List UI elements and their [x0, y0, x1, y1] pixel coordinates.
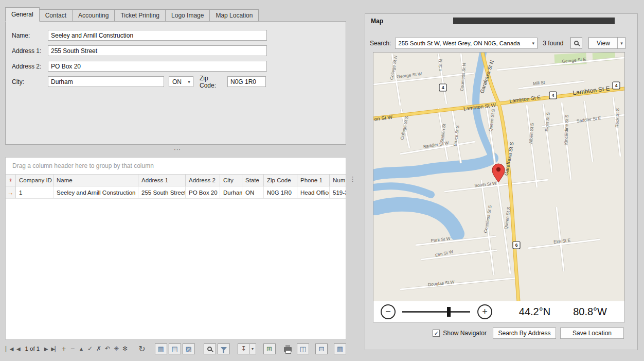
grid-group-panel[interactable]: Drag a column header here to group by th… — [6, 158, 346, 174]
nav-next-button[interactable]: ▶ — [42, 343, 50, 354]
tab-map-location[interactable]: Map Location — [209, 9, 259, 22]
export-dropdown-arrow-icon[interactable]: ▾ — [249, 344, 256, 354]
cell-zip[interactable]: N0G 1R0 — [264, 186, 297, 198]
tab-logo-image[interactable]: Logo Image — [165, 9, 210, 22]
search-results-count: 3 found — [543, 40, 563, 47]
dock-panel-c-button[interactable]: ▦ — [334, 343, 346, 354]
zoom-slider-handle[interactable] — [447, 307, 451, 317]
app-window: General Contact Accounting Ticket Printi… — [0, 0, 644, 361]
map-view-button[interactable]: View ▾ — [588, 37, 625, 49]
address1-field[interactable] — [48, 45, 267, 56]
record-navigator-toolbar: ▏◀ ◀ 1 of 1 ▶ ▶▏ + − ▴ ✓ ✗ ↶ ✳ ✻ ↻ ▦ ▤ ▨… — [5, 341, 346, 356]
dock-panel-b-button[interactable]: ⊟ — [315, 343, 328, 354]
zoom-out-button[interactable]: − — [381, 304, 396, 319]
map-viewport[interactable]: George St E George St W e St N Countess … — [373, 52, 625, 322]
column-header-address1[interactable]: Address 1 — [138, 175, 186, 186]
view-dropdown-arrow-icon[interactable]: ▾ — [617, 38, 625, 48]
grid-indicator-header: ✳ — [6, 175, 16, 186]
edit-record-button[interactable]: ▴ — [77, 343, 86, 354]
zoom-slider[interactable] — [402, 311, 470, 313]
filter-button[interactable] — [218, 343, 230, 354]
nav-first-button[interactable]: ▏◀ — [5, 343, 14, 354]
map-image[interactable]: George St E George St W e St N Countess … — [373, 53, 624, 301]
tab-ticket-printing[interactable]: Ticket Printing — [114, 9, 166, 22]
nav-last-button[interactable]: ▶▏ — [50, 343, 59, 354]
name-label: Name: — [12, 32, 48, 39]
street-label: Rock St S — [614, 108, 620, 128]
companies-grid: Drag a column header here to group by th… — [5, 157, 346, 340]
city-field[interactable] — [48, 76, 164, 87]
cell-company-id[interactable]: 1 — [16, 186, 53, 198]
undo-button[interactable]: ↶ — [103, 343, 112, 354]
filter-star-button[interactable]: ✳ — [112, 343, 121, 354]
filter-star2-button[interactable]: ✻ — [121, 343, 130, 354]
state-combo[interactable]: ON ▾ — [169, 76, 193, 87]
search-icon — [574, 41, 579, 45]
map-search-combo[interactable]: ▾ — [395, 38, 538, 49]
address1-label: Address 1: — [12, 47, 48, 55]
filter-icon — [221, 347, 227, 351]
cell-address1[interactable]: 255 South Street — [138, 186, 186, 198]
nav-prev-button[interactable]: ◀ — [14, 343, 23, 354]
column-header-phone1[interactable]: Phone 1 — [297, 175, 330, 186]
column-header-city[interactable]: City — [220, 175, 242, 186]
export-icon: ↧ — [238, 345, 249, 352]
search-button[interactable] — [204, 343, 216, 354]
cell-address2[interactable]: PO Box 20 — [186, 186, 220, 198]
map-footer-row: ✓ Show Navigator Search By Address Save … — [373, 327, 624, 339]
dock-panel-a-button[interactable]: ◫ — [297, 343, 309, 354]
column-header-state[interactable]: State — [242, 175, 264, 186]
chevron-down-icon[interactable]: ▾ — [185, 79, 193, 84]
show-navigator-checkbox[interactable]: ✓ — [433, 330, 440, 337]
tab-accounting[interactable]: Accounting — [72, 9, 115, 22]
cell-name[interactable]: Seeley and Arnill Construction — [53, 186, 138, 198]
layout-chart-button[interactable]: ▨ — [183, 343, 195, 354]
badge-number: 6 — [515, 243, 518, 248]
column-header-zip[interactable]: Zip Code — [264, 175, 297, 186]
new-window-button[interactable]: ⊞ — [263, 343, 276, 354]
cell-phone1[interactable]: Head Office — [297, 186, 330, 198]
column-header-address2[interactable]: Address 2 — [186, 175, 220, 186]
show-navigator-label[interactable]: Show Navigator — [443, 330, 487, 337]
row-indicator[interactable]: → — [6, 186, 16, 198]
layout-cards-button[interactable]: ▦ — [155, 343, 167, 354]
delete-record-button[interactable]: − — [68, 343, 77, 354]
search-by-address-button[interactable]: Search By Address — [493, 328, 556, 339]
printer-icon — [284, 347, 292, 352]
cell-num[interactable]: 519-3 — [330, 186, 346, 198]
chevron-down-icon[interactable]: ▾ — [529, 41, 537, 46]
refresh-button[interactable]: ↻ — [138, 343, 147, 354]
horizontal-splitter-handle[interactable]: ··· — [154, 147, 201, 153]
checkmark-icon: ✓ — [434, 330, 439, 337]
column-header-num[interactable]: Num — [330, 175, 346, 186]
save-location-button[interactable]: Save Location — [560, 328, 624, 339]
table-row[interactable]: → 1 Seeley and Arnill Construction 255 S… — [6, 186, 346, 199]
column-header-company-id[interactable]: Company ID — [16, 175, 53, 186]
name-field[interactable] — [48, 30, 267, 41]
map-search-row: Search: ▾ 3 found View ▾ — [370, 37, 633, 49]
badge-number: 4 — [615, 83, 618, 88]
view-button-label[interactable]: View — [589, 38, 617, 48]
badge-number: 4 — [442, 85, 444, 90]
map-header-dark-bar — [453, 18, 615, 24]
new-row-star-icon: ✳ — [9, 178, 13, 183]
zoom-in-button[interactable]: + — [477, 304, 492, 319]
end-edit-button[interactable]: ✓ — [86, 343, 95, 354]
grid-customize-handle[interactable]: ⋮ — [349, 177, 356, 181]
general-form-panel: Name: Address 1: Address 2: City: ON ▾ Z… — [5, 21, 346, 145]
tab-contact[interactable]: Contact — [39, 9, 73, 22]
map-search-input[interactable] — [396, 40, 529, 46]
zip-field[interactable] — [227, 76, 266, 87]
cancel-edit-button[interactable]: ✗ — [95, 343, 103, 354]
cell-city[interactable]: Durham — [220, 186, 242, 198]
append-record-button[interactable]: + — [60, 343, 68, 354]
export-button[interactable]: ↧ ▾ — [238, 343, 256, 354]
tab-general[interactable]: General — [5, 7, 40, 22]
cell-state[interactable]: ON — [242, 186, 264, 198]
map-search-go-button[interactable] — [570, 37, 582, 49]
map-panel-header: Map — [371, 17, 631, 25]
layout-list-button[interactable]: ▤ — [169, 343, 181, 354]
column-header-name[interactable]: Name — [53, 175, 138, 186]
print-button[interactable] — [283, 343, 292, 354]
address2-field[interactable] — [48, 61, 267, 72]
